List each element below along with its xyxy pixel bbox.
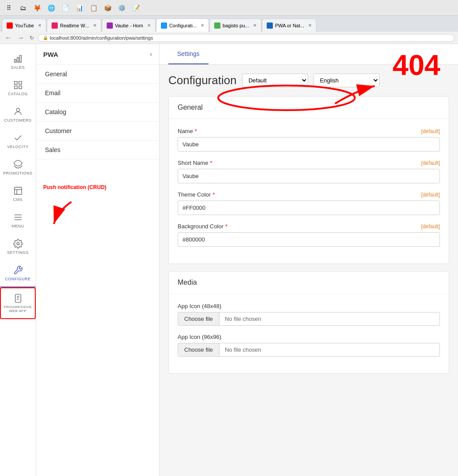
field-name-label: Name xyxy=(178,128,193,134)
taskbar-apps-icon[interactable]: ⠿ xyxy=(4,3,14,13)
tab-title-vaube: Vaube - Hom xyxy=(115,23,143,28)
taskbar-files-icon[interactable]: 🗂 xyxy=(18,3,28,13)
channel-select[interactable]: Default xyxy=(242,74,308,87)
nav-velocity[interactable]: VELOCITY xyxy=(0,128,36,154)
forward-button[interactable]: → xyxy=(16,34,26,42)
tab-favicon-bagisto xyxy=(214,22,220,29)
field-app-icon-48: App Icon (48x48) Choose file No file cho… xyxy=(178,303,440,326)
section-general: General Name * [default] xyxy=(168,96,449,264)
nav-sales-label: SALES xyxy=(11,65,25,70)
field-bg-color-label-row: Background Color * [default] xyxy=(178,223,440,230)
sidebar-header: PWA › xyxy=(36,44,159,65)
tab-bar: YouTube ✕ Realtime W... ✕ Vaube - Hom ✕ … xyxy=(0,16,458,32)
taskbar-archive-icon[interactable]: 📦 xyxy=(102,3,113,13)
field-name-input[interactable] xyxy=(178,137,440,152)
field-app-icon-96-label: App Icon (96x96) xyxy=(178,334,221,340)
sidebar-item-email[interactable]: Email xyxy=(36,84,159,103)
taskbar-docs-icon[interactable]: 📄 xyxy=(60,3,71,13)
tab-close-pwa[interactable]: ✕ xyxy=(308,23,312,28)
tab-close-vaube[interactable]: ✕ xyxy=(147,23,151,28)
taskbar-firefox-icon[interactable]: 🦊 xyxy=(32,3,42,13)
svg-rect-2 xyxy=(19,56,21,63)
content-body: Configuration Default English General Na… xyxy=(160,65,458,390)
nav-customers[interactable]: CUSTOMERS xyxy=(0,101,36,128)
field-short-name-input[interactable] xyxy=(178,169,440,183)
taskbar-chrome-icon[interactable]: 🌐 xyxy=(46,3,56,13)
tab-title-bagisto: bagisto pu... xyxy=(223,23,249,28)
field-app-icon-48-label-row: App Icon (48x48) xyxy=(178,303,440,309)
nav-cms[interactable]: CMS xyxy=(0,181,36,207)
field-short-name: Short Name * [default] xyxy=(178,160,440,183)
field-name-label-row: Name * [default] xyxy=(178,128,440,134)
push-arrow xyxy=(36,197,159,234)
sidebar-item-catalog[interactable]: Catalog xyxy=(36,103,159,122)
nav-promotions[interactable]: PROMOTIONS xyxy=(0,154,36,181)
nav-catalog[interactable]: CATALOG xyxy=(0,75,36,101)
svg-rect-5 xyxy=(14,86,17,89)
field-theme-color-input[interactable] xyxy=(178,201,440,215)
address-bar: ← → ↻ 🔒 localhost:8000/admin/configurati… xyxy=(0,32,458,44)
field-app-icon-48-label: App Icon (48x48) xyxy=(178,303,221,309)
tab-vaube[interactable]: Vaube - Hom ✕ xyxy=(102,19,156,32)
taskbar-settings-icon[interactable]: ⚙️ xyxy=(116,3,127,13)
tab-favicon-realtime xyxy=(52,22,58,29)
app-layout: SALES CATALOG CUSTOMERS VELOCITY PROMOTI… xyxy=(0,44,458,476)
tab-close-youtube[interactable]: ✕ xyxy=(38,23,41,28)
tab-bagisto[interactable]: bagisto pu... ✕ xyxy=(209,19,261,32)
nav-configure-label: CONFIGURE xyxy=(5,277,31,281)
taskbar-sheets-icon[interactable]: 📊 xyxy=(74,3,85,13)
section-general-title: General xyxy=(169,97,449,119)
field-bg-color-required: * xyxy=(225,223,227,230)
svg-rect-6 xyxy=(19,86,21,89)
taskbar-vscode-icon[interactable]: 📝 xyxy=(130,3,141,13)
nav-pwa-label: PROGRESSIVE WEB APP xyxy=(4,305,32,313)
sidebar-item-sales[interactable]: Sales xyxy=(36,141,159,160)
choose-file-48-button[interactable]: Choose file xyxy=(178,312,220,325)
taskbar-sheets2-icon[interactable]: 📋 xyxy=(88,3,99,13)
tab-config[interactable]: Configurati... ✕ xyxy=(156,19,209,32)
field-theme-color-required: * xyxy=(212,191,215,198)
field-app-icon-96-label-row: App Icon (96x96) xyxy=(178,334,440,340)
page-title: Configuration xyxy=(168,74,237,87)
tab-realtime[interactable]: Realtime W... ✕ xyxy=(47,19,101,32)
svg-point-7 xyxy=(16,108,19,112)
address-text: localhost:8000/admin/configuration/pwa/s… xyxy=(50,35,153,41)
tab-pwa[interactable]: PWA or Nat... ✕ xyxy=(262,19,317,32)
tab-settings[interactable]: Settings xyxy=(168,44,209,64)
nav-settings[interactable]: SETTINGS xyxy=(0,234,36,260)
refresh-button[interactable]: ↻ xyxy=(28,35,35,41)
field-short-name-required: * xyxy=(210,160,212,166)
locale-select[interactable]: English xyxy=(313,74,380,87)
sidebar-item-customer[interactable]: Customer xyxy=(36,122,159,141)
tab-youtube[interactable]: YouTube ✕ xyxy=(2,19,46,32)
nav-configure[interactable]: CONFIGURE xyxy=(0,260,36,287)
file-chosen-96-text: No file chosen xyxy=(220,343,266,356)
nav-catalog-label: CATALOG xyxy=(8,92,28,96)
back-button[interactable]: ← xyxy=(4,34,13,42)
choose-file-96-button[interactable]: Choose file xyxy=(178,343,220,356)
sidebar-item-general[interactable]: General xyxy=(36,65,159,84)
tab-title-realtime: Realtime W... xyxy=(60,23,89,28)
field-name: Name * [default] xyxy=(178,128,440,152)
field-bg-color-default: [default] xyxy=(421,223,440,230)
file-upload-96: Choose file No file chosen xyxy=(178,343,440,357)
field-theme-color: Theme Color * [default] xyxy=(178,191,440,215)
field-bg-color: Background Color * [default] xyxy=(178,223,440,247)
nav-promotions-label: PROMOTIONS xyxy=(3,171,33,175)
nav-menu[interactable]: MENU xyxy=(0,207,36,234)
sidebar-expand-icon[interactable]: › xyxy=(150,50,152,58)
taskbar: ⠿ 🗂 🦊 🌐 📄 📊 📋 📦 ⚙️ 📝 xyxy=(0,0,458,16)
address-input[interactable]: 🔒 localhost:8000/admin/configuration/pwa… xyxy=(38,34,454,42)
annotation-404: 404 xyxy=(393,48,440,82)
nav-settings-label: SETTINGS xyxy=(7,250,29,255)
section-media-body: App Icon (48x48) Choose file No file cho… xyxy=(169,294,449,373)
field-bg-color-input[interactable] xyxy=(178,232,440,247)
lock-icon: 🔒 xyxy=(43,35,48,40)
tab-close-bagisto[interactable]: ✕ xyxy=(253,23,257,28)
nav-pwa[interactable]: PROGRESSIVE WEB APP xyxy=(0,287,36,319)
tab-close-config[interactable]: ✕ xyxy=(201,23,204,28)
tab-title-config: Configurati... xyxy=(169,23,197,28)
tab-close-realtime[interactable]: ✕ xyxy=(93,23,97,28)
section-general-body: Name * [default] Short Name xyxy=(169,119,449,264)
nav-sales[interactable]: SALES xyxy=(0,48,36,75)
